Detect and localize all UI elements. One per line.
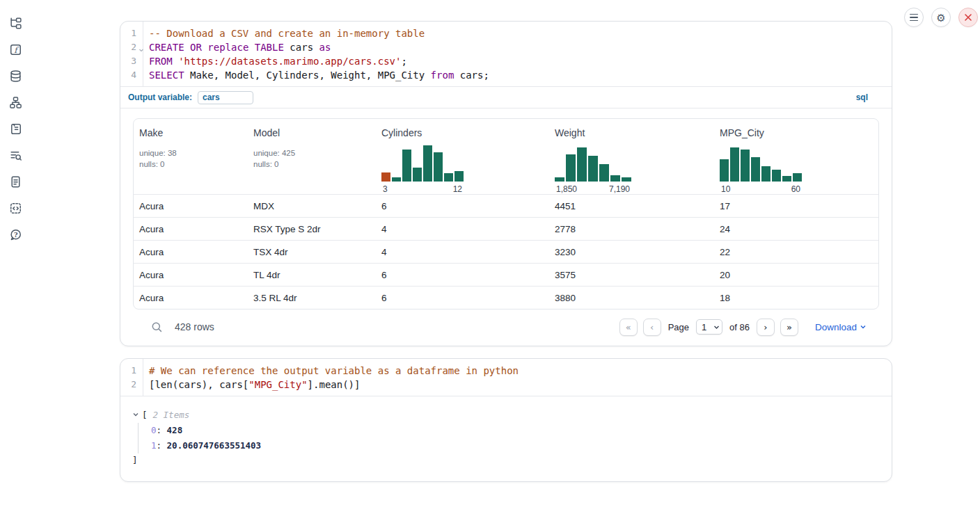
table-cell: 24 — [714, 224, 878, 234]
function-icon[interactable]: f — [8, 42, 22, 56]
first-page-button[interactable]: « — [619, 319, 638, 336]
svg-text:?: ? — [13, 230, 17, 238]
column-stats: unique: 38 nulls: 0 — [139, 147, 242, 170]
histogram-bar — [761, 166, 770, 182]
column-header-make: Make unique: 38 nulls: 0 — [134, 119, 248, 194]
menu-button[interactable] — [904, 8, 924, 27]
table-cell: MDX — [248, 201, 376, 211]
table-cell: Acura — [134, 224, 248, 234]
histogram-bar — [610, 175, 620, 182]
column-label[interactable]: Make — [139, 127, 242, 138]
table-cell: 6 — [376, 270, 549, 280]
download-button[interactable]: Download — [815, 322, 867, 332]
column-label[interactable]: Weight — [555, 127, 709, 138]
item-index: 0 — [151, 425, 157, 435]
table-cell: 22 — [714, 247, 878, 257]
table-cell: Acura — [134, 270, 248, 280]
documentation-icon[interactable] — [8, 175, 22, 188]
table-cell: 6 — [376, 293, 549, 303]
search-button[interactable] — [151, 321, 163, 333]
line-number: 3 — [120, 54, 143, 68]
column-label[interactable]: Model — [253, 127, 370, 138]
item-value: 20.060747663551403 — [167, 440, 261, 451]
code-text: # We can reference the output variable a… — [143, 364, 519, 378]
table-header: Make unique: 38 nulls: 0 Model unique: 4… — [134, 119, 878, 194]
sql-cell: 1 -- Download a CSV and create an in-mem… — [120, 21, 892, 346]
database-icon[interactable] — [8, 69, 22, 83]
table-cell: 3230 — [549, 247, 714, 257]
code-text: CREATE OR replace TABLE cars as — [143, 40, 331, 54]
hamburger-menu-icon — [910, 14, 918, 22]
table-cell: TL 4dr — [248, 270, 376, 280]
table-body: AcuraMDX6445117AcuraRSX Type S 2dr427782… — [134, 194, 878, 309]
next-page-button[interactable]: › — [757, 319, 775, 336]
prev-page-button[interactable]: ‹ — [643, 319, 661, 336]
output-variable-label: Output variable: — [128, 92, 192, 102]
close-x-icon — [964, 13, 972, 22]
output-items: 0: 4281: 20.060747663551403 — [138, 423, 880, 453]
help-icon[interactable]: ? — [8, 227, 22, 241]
shutdown-button[interactable] — [958, 8, 978, 27]
histogram-bar — [793, 173, 802, 182]
hist-max: 7,190 — [609, 184, 630, 194]
chevron-down-icon — [860, 323, 867, 330]
pagination: « ‹ Page 1 of 86 › » Download — [619, 319, 867, 336]
code-text: SELECT Make, Model, Cylinders, Weight, M… — [143, 68, 489, 82]
row-count: 428 rows — [175, 321, 214, 332]
logs-icon[interactable] — [8, 122, 22, 136]
code-text: [len(cars), cars["MPG_City"].mean()] — [143, 378, 360, 392]
histogram-bar — [720, 159, 729, 182]
snippets-icon[interactable] — [8, 201, 22, 215]
item-index: 1 — [151, 440, 157, 451]
table-cell: 20 — [714, 270, 878, 280]
python-code-editor[interactable]: 1 # We can reference the output variable… — [120, 359, 892, 396]
outline-search-icon[interactable] — [8, 148, 22, 162]
column-header-mpg-city: MPG_City 10 60 — [714, 119, 878, 194]
download-label: Download — [815, 322, 857, 332]
table-cell: Acura — [134, 293, 248, 303]
histogram-bar — [381, 172, 390, 182]
histogram-cylinders: 3 12 — [381, 145, 464, 194]
code-line: 1 -- Download a CSV and create an in-mem… — [120, 26, 892, 40]
table-cell: 3880 — [549, 293, 714, 303]
language-badge[interactable]: sql — [856, 92, 868, 102]
table-cell: 4451 — [549, 201, 714, 211]
histogram-bar — [413, 168, 422, 182]
page-select[interactable]: 1 — [696, 319, 722, 335]
close-bracket: ] — [132, 453, 880, 467]
collapse-chevron-icon[interactable] — [132, 411, 139, 418]
table-cell: 3575 — [549, 270, 714, 280]
column-label[interactable]: Cylinders — [381, 127, 544, 138]
table-cell: 4 — [376, 247, 549, 257]
search-icon — [151, 321, 163, 333]
histogram-bar — [751, 157, 760, 182]
last-page-button[interactable]: » — [780, 319, 798, 336]
histogram-mpg-city: 10 60 — [720, 145, 802, 194]
settings-button[interactable]: ⚙ — [931, 8, 951, 27]
table-cell: 2778 — [549, 224, 714, 234]
gear-icon: ⚙ — [936, 13, 945, 23]
output-variable-input[interactable] — [198, 91, 253, 104]
histogram-bar — [599, 164, 609, 182]
column-stats: unique: 425 nulls: 0 — [253, 147, 370, 170]
line-number: 2 — [120, 40, 143, 54]
histogram-bar — [423, 145, 432, 182]
table-row: AcuraTSX 4dr4323022 — [134, 240, 878, 263]
dependency-graph-icon[interactable] — [8, 95, 22, 109]
file-tree-icon[interactable] — [8, 16, 22, 30]
histogram-bar — [782, 176, 791, 182]
hist-max: 12 — [453, 184, 462, 194]
items-count-label: 2 Items — [153, 410, 190, 420]
table-row: AcuraRSX Type S 2dr4277824 — [134, 217, 878, 240]
column-header-model: Model unique: 425 nulls: 0 — [248, 119, 376, 194]
table-row: Acura3.5 RL 4dr6388018 — [134, 286, 878, 309]
histogram-bar — [555, 177, 564, 182]
sql-code-editor[interactable]: 1 -- Download a CSV and create an in-mem… — [120, 22, 892, 86]
sidebar: f ? — [0, 0, 31, 507]
table-cell: 6 — [376, 201, 549, 211]
code-line: 1 # We can reference the output variable… — [120, 364, 892, 378]
table-row: AcuraTL 4dr6357520 — [134, 263, 878, 286]
column-label[interactable]: MPG_City — [720, 127, 873, 138]
code-text: FROM 'https://datasets.marimo.app/cars.c… — [143, 54, 407, 68]
code-line: 2 CREATE OR replace TABLE cars as — [120, 40, 892, 54]
